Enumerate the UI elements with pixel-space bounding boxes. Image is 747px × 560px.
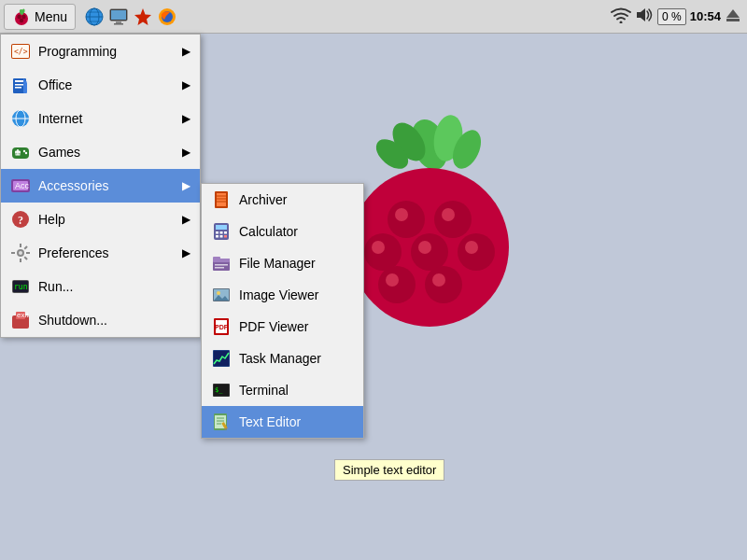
preferences-arrow: ▶ [182,246,190,259]
svg-point-59 [25,152,27,154]
office-icon [10,75,31,95]
globe-taskbar-icon[interactable] [83,6,106,28]
svg-point-18 [386,273,399,287]
programming-icon: </> [10,41,31,62]
pdf-viewer-label: PDF Viewer [239,319,308,334]
svg-rect-69 [11,252,15,254]
svg-point-14 [442,208,455,221]
menu-item-run[interactable]: run Run... [1,270,200,303]
submenu-item-archiver[interactable]: Archiver [202,184,363,216]
svg-rect-47 [15,84,24,86]
text-editor-icon [211,412,232,432]
svg-marker-39 [637,8,645,21]
svg-rect-91 [220,235,223,238]
file-manager-icon [211,253,232,273]
menu-button[interactable]: Menu [4,4,76,30]
svg-point-38 [620,21,623,23]
svg-rect-50 [23,82,27,93]
star-taskbar-icon[interactable] [132,6,154,28]
help-arrow: ▶ [182,213,190,226]
taskbar-icons [83,6,178,28]
svg-rect-87 [216,231,218,234]
submenu-item-task-manager[interactable]: Task Manager [202,343,363,374]
submenu-item-calculator[interactable]: Calculator [202,216,363,247]
programming-label: Programming [38,44,175,59]
menu-item-shutdown[interactable]: exit Shutdown... [1,303,200,337]
svg-point-13 [395,208,408,221]
menu-item-games[interactable]: Games ▶ [1,135,200,169]
shutdown-icon: exit [10,310,31,330]
image-viewer-icon [211,285,232,305]
monitor-taskbar-icon[interactable] [107,6,130,28]
svg-point-7 [434,201,472,238]
eject-icon[interactable] [725,7,741,27]
submenu-item-file-manager[interactable]: File Manager [202,247,363,279]
menu-item-programming[interactable]: </> Programming ▶ [1,35,200,68]
image-viewer-label: Image Viewer [239,287,318,302]
svg-text:exit: exit [17,311,29,319]
svg-rect-88 [220,231,223,234]
svg-rect-32 [111,10,126,20]
terminal-label: Terminal [239,383,289,398]
svg-text:?: ? [18,214,23,227]
games-icon [10,142,31,162]
accessories-label: Accessories [38,178,175,193]
preferences-label: Preferences [38,245,175,260]
taskbar: Menu [0,0,747,34]
archiver-label: Archiver [239,192,287,207]
pdf-viewer-icon: PDF [211,316,232,337]
svg-point-8 [364,233,402,271]
svg-rect-90 [216,235,218,238]
submenu-item-terminal[interactable]: $_ Terminal [202,374,363,406]
svg-rect-92 [224,235,227,238]
svg-rect-41 [726,19,740,21]
svg-rect-34 [114,23,123,25]
preferences-icon [10,243,31,263]
svg-marker-40 [726,9,740,18]
svg-point-17 [465,241,478,254]
help-label: Help [38,212,175,227]
svg-rect-46 [15,80,24,82]
svg-point-11 [378,266,416,303]
clock: 10:54 [690,9,721,23]
office-arrow: ▶ [182,78,190,91]
svg-marker-35 [134,8,151,25]
shutdown-label: Shutdown... [38,313,190,328]
submenu-item-text-editor[interactable]: Text Editor [202,406,363,438]
svg-point-9 [411,233,448,271]
menu-item-preferences[interactable]: Preferences ▶ [1,236,200,270]
battery-indicator: 0 % [657,8,686,25]
svg-point-6 [388,201,425,238]
main-menu: </> Programming ▶ Office ▶ [0,34,201,338]
internet-label: Internet [38,111,175,126]
svg-rect-68 [20,259,21,262]
programming-arrow: ▶ [182,45,190,58]
games-arrow: ▶ [182,146,190,159]
svg-point-22 [21,14,25,18]
file-manager-label: File Manager [239,256,316,271]
menu-item-help[interactable]: ? Help ▶ [1,203,200,236]
svg-rect-72 [26,252,30,254]
browser-taskbar-icon[interactable] [156,6,178,28]
svg-text:PDF: PDF [215,324,229,330]
svg-point-100 [217,291,220,295]
svg-point-12 [425,266,462,303]
accessories-icon: Acc [10,175,31,196]
submenu-item-pdf-viewer[interactable]: PDF PDF Viewer [202,311,363,343]
accessories-submenu: Archiver Calculator [201,183,364,439]
menu-item-accessories[interactable]: Acc Accessories ▶ [1,169,200,203]
calculator-icon [211,221,232,242]
help-icon: ? [10,209,31,230]
internet-arrow: ▶ [182,112,190,125]
tooltip-text: Simple text editor [343,463,436,477]
svg-rect-73 [24,257,28,260]
battery-label: 0 % [662,10,682,23]
run-icon: run [10,276,31,297]
svg-point-10 [458,233,495,271]
menu-item-internet[interactable]: Internet ▶ [1,102,200,135]
run-label: Run... [38,279,190,294]
office-label: Office [38,77,175,92]
submenu-item-image-viewer[interactable]: Image Viewer [202,279,363,311]
menu-item-office[interactable]: Office ▶ [1,68,200,102]
svg-point-15 [372,241,385,254]
